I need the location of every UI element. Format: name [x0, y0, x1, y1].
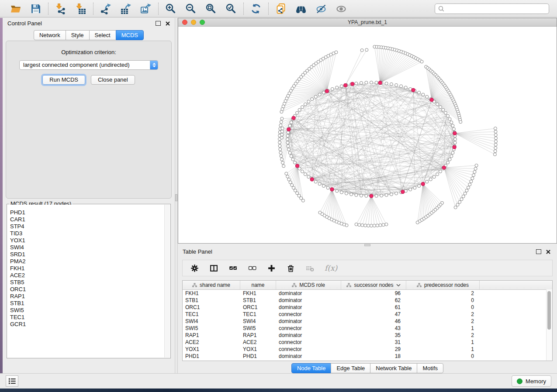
scrollbar-thumb[interactable]: [547, 291, 551, 330]
list-item[interactable]: ACE2: [10, 272, 170, 279]
list-item[interactable]: STP4: [10, 223, 170, 230]
deselect-all-button[interactable]: [248, 264, 256, 272]
close-panel-icon[interactable]: [546, 250, 550, 254]
delete-button[interactable]: [286, 264, 295, 272]
add-button[interactable]: [267, 264, 276, 272]
optimization-criterion-label: Optimization criterion:: [6, 49, 171, 55]
table-row[interactable]: FKH1FKH1dominator962: [183, 290, 552, 297]
tab-select[interactable]: Select: [89, 30, 116, 40]
list-icon: [8, 377, 17, 385]
table-cell: 61: [341, 304, 406, 310]
table-cell: 43: [341, 325, 406, 331]
column-header-name[interactable]: name: [240, 281, 276, 289]
list-item[interactable]: PHD1: [10, 209, 170, 216]
split-panel-button[interactable]: [209, 264, 218, 272]
list-item[interactable]: SWI4: [10, 244, 170, 251]
list-item[interactable]: YOX1: [10, 237, 170, 244]
tab-edge-table[interactable]: Edge Table: [331, 363, 370, 373]
network-canvas[interactable]: [178, 27, 557, 243]
list-item[interactable]: STB1: [10, 300, 170, 307]
zoom-fit-button[interactable]: [205, 3, 217, 15]
list-item[interactable]: STB5: [10, 279, 170, 286]
close-panel-icon[interactable]: [166, 21, 170, 26]
table-row[interactable]: TEC1TEC1connector472: [183, 311, 552, 318]
splitter-handle[interactable]: [364, 244, 370, 246]
column-header-shared-name[interactable]: shared name: [183, 281, 240, 289]
float-panel-icon[interactable]: [536, 249, 541, 254]
table-scrollbar[interactable]: [546, 289, 552, 361]
export-image-button[interactable]: [140, 3, 152, 15]
float-panel-icon[interactable]: [156, 21, 161, 26]
list-item[interactable]: GCR1: [10, 321, 170, 328]
tab-node-table[interactable]: Node Table: [291, 363, 332, 373]
table-row[interactable]: RAP1RAP1dominator352: [183, 332, 552, 339]
import-network-button[interactable]: [55, 3, 67, 15]
horizontal-splitter[interactable]: [178, 244, 557, 246]
vertical-splitter[interactable]: [175, 18, 178, 373]
zoom-in-button[interactable]: [165, 3, 177, 15]
column-settings-button[interactable]: [190, 264, 199, 272]
table-row[interactable]: ACE2ACE2connector311: [183, 339, 552, 346]
import-table-button[interactable]: [75, 3, 87, 15]
column-header-predecessor-nodes[interactable]: predecessor nodes: [406, 281, 480, 289]
close-panel-button[interactable]: Close panel: [91, 75, 135, 85]
show-hidden-button[interactable]: [335, 3, 347, 15]
table-body: FKH1FKH1dominator962STB1STB1dominator620…: [183, 290, 552, 360]
select-all-button[interactable]: [228, 264, 237, 272]
search-box[interactable]: [435, 3, 549, 14]
result-list-scrollbar[interactable]: [164, 205, 170, 358]
show-hidden-icon: [336, 3, 347, 14]
table-cell: STB1: [183, 297, 240, 303]
hide-selected-button[interactable]: [315, 3, 327, 15]
splitter-handle[interactable]: [175, 194, 177, 201]
tab-mcds[interactable]: MCDS: [116, 30, 144, 40]
table-row[interactable]: SWI5SWI5connector431: [183, 325, 552, 332]
table-row[interactable]: STB1STB1dominator620: [183, 297, 552, 304]
table-row[interactable]: ORC1ORC1dominator610: [183, 304, 552, 311]
tab-network[interactable]: Network: [34, 30, 66, 40]
layout-refresh-icon: [250, 3, 262, 14]
table-cell: YOX1: [240, 346, 276, 352]
list-item[interactable]: SWI5: [10, 307, 170, 314]
list-item[interactable]: TID3: [10, 230, 170, 237]
list-item[interactable]: PMA2: [10, 258, 170, 265]
memory-button[interactable]: Memory: [512, 375, 551, 387]
list-item[interactable]: SRD1: [10, 251, 170, 258]
zoom-selected-button[interactable]: [225, 3, 237, 15]
list-item[interactable]: CAR1: [10, 216, 170, 223]
table-cell: connector: [276, 311, 341, 317]
tab-network-table[interactable]: Network Table: [370, 363, 417, 373]
network-titlebar: YPA_prune.txt_1: [178, 18, 557, 27]
column-header-MCDS-role[interactable]: MCDS role: [276, 281, 341, 289]
list-item[interactable]: RAP1: [10, 293, 170, 300]
table-row[interactable]: PHD1PHD1dominator180: [183, 353, 552, 360]
delete-table-icon: [306, 264, 314, 272]
memory-status-icon: [517, 378, 522, 384]
column-header-successor-nodes[interactable]: successor nodes: [341, 281, 406, 289]
table-row[interactable]: SWI4SWI4dominator462: [183, 318, 552, 325]
tab-motifs[interactable]: Motifs: [417, 363, 443, 373]
list-item[interactable]: TEC1: [10, 314, 170, 321]
search-input[interactable]: [446, 5, 546, 12]
list-item[interactable]: FKH1: [10, 265, 170, 272]
export-network-button[interactable]: [100, 3, 112, 15]
network-from-selection-button[interactable]: [275, 3, 287, 15]
delete-icon: [287, 264, 295, 272]
zoom-out-button[interactable]: [185, 3, 197, 15]
open-file-button[interactable]: [10, 3, 22, 15]
minimize-window-icon[interactable]: [191, 20, 196, 25]
close-window-icon[interactable]: [182, 20, 187, 25]
export-table-button[interactable]: [120, 3, 132, 15]
maximize-window-icon[interactable]: [200, 20, 205, 25]
list-item[interactable]: ORC1: [10, 286, 170, 293]
criterion-select[interactable]: largest connected component (undirected): [19, 60, 158, 70]
criterion-selected-value: largest connected component (undirected): [20, 61, 150, 69]
layout-refresh-button[interactable]: [250, 3, 262, 15]
tab-style[interactable]: Style: [66, 30, 90, 40]
table-panel: Table Panel f(x) shared namenameMCDS rol…: [178, 246, 557, 373]
save-session-button[interactable]: [30, 3, 42, 15]
run-mcds-button[interactable]: Run MCDS: [42, 75, 85, 85]
find-button[interactable]: [295, 3, 307, 15]
table-row[interactable]: YOX1YOX1connector291: [183, 346, 552, 353]
task-history-button[interactable]: [6, 375, 18, 387]
